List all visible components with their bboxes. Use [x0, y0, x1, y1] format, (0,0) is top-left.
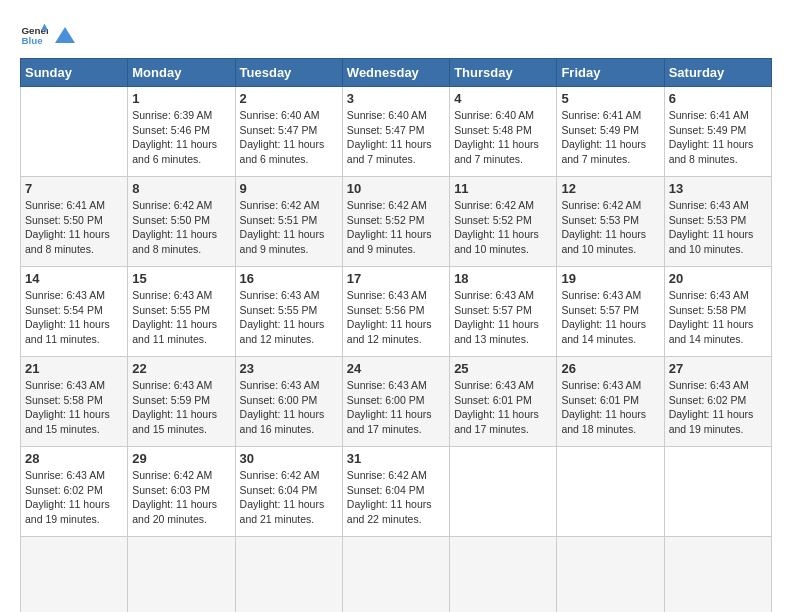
calendar-cell: 20Sunrise: 6:43 AMSunset: 5:58 PMDayligh… — [664, 267, 771, 357]
day-number: 15 — [132, 271, 230, 286]
calendar-cell: 8Sunrise: 6:42 AMSunset: 5:50 PMDaylight… — [128, 177, 235, 267]
weekday-header-cell: Friday — [557, 59, 664, 87]
day-info: Sunrise: 6:43 AMSunset: 5:58 PMDaylight:… — [25, 378, 123, 437]
day-number: 5 — [561, 91, 659, 106]
day-info: Sunrise: 6:43 AMSunset: 5:59 PMDaylight:… — [132, 378, 230, 437]
calendar-cell — [557, 537, 664, 613]
day-number: 26 — [561, 361, 659, 376]
day-info: Sunrise: 6:43 AMSunset: 6:00 PMDaylight:… — [240, 378, 338, 437]
svg-text:Blue: Blue — [21, 35, 43, 46]
calendar-cell: 5Sunrise: 6:41 AMSunset: 5:49 PMDaylight… — [557, 87, 664, 177]
calendar-row: 1Sunrise: 6:39 AMSunset: 5:46 PMDaylight… — [21, 87, 772, 177]
calendar-cell: 19Sunrise: 6:43 AMSunset: 5:57 PMDayligh… — [557, 267, 664, 357]
day-info: Sunrise: 6:43 AMSunset: 5:56 PMDaylight:… — [347, 288, 445, 347]
day-info: Sunrise: 6:43 AMSunset: 5:53 PMDaylight:… — [669, 198, 767, 257]
logo-triangle-icon — [54, 25, 76, 47]
calendar-cell: 27Sunrise: 6:43 AMSunset: 6:02 PMDayligh… — [664, 357, 771, 447]
calendar-cell: 10Sunrise: 6:42 AMSunset: 5:52 PMDayligh… — [342, 177, 449, 267]
calendar-cell: 17Sunrise: 6:43 AMSunset: 5:56 PMDayligh… — [342, 267, 449, 357]
calendar-cell — [450, 447, 557, 537]
day-number: 4 — [454, 91, 552, 106]
day-number: 27 — [669, 361, 767, 376]
day-number: 14 — [25, 271, 123, 286]
day-info: Sunrise: 6:43 AMSunset: 6:01 PMDaylight:… — [454, 378, 552, 437]
day-info: Sunrise: 6:41 AMSunset: 5:49 PMDaylight:… — [669, 108, 767, 167]
calendar-cell: 2Sunrise: 6:40 AMSunset: 5:47 PMDaylight… — [235, 87, 342, 177]
day-number: 16 — [240, 271, 338, 286]
calendar-body: 1Sunrise: 6:39 AMSunset: 5:46 PMDaylight… — [21, 87, 772, 613]
calendar-cell: 24Sunrise: 6:43 AMSunset: 6:00 PMDayligh… — [342, 357, 449, 447]
day-number: 17 — [347, 271, 445, 286]
day-info: Sunrise: 6:42 AMSunset: 5:53 PMDaylight:… — [561, 198, 659, 257]
calendar-row: 14Sunrise: 6:43 AMSunset: 5:54 PMDayligh… — [21, 267, 772, 357]
day-info: Sunrise: 6:43 AMSunset: 5:57 PMDaylight:… — [454, 288, 552, 347]
day-number: 24 — [347, 361, 445, 376]
calendar-cell: 31Sunrise: 6:42 AMSunset: 6:04 PMDayligh… — [342, 447, 449, 537]
day-info: Sunrise: 6:43 AMSunset: 6:02 PMDaylight:… — [25, 468, 123, 527]
calendar-cell — [342, 537, 449, 613]
day-number: 6 — [669, 91, 767, 106]
day-info: Sunrise: 6:43 AMSunset: 5:57 PMDaylight:… — [561, 288, 659, 347]
calendar-cell: 25Sunrise: 6:43 AMSunset: 6:01 PMDayligh… — [450, 357, 557, 447]
day-number: 28 — [25, 451, 123, 466]
day-number: 20 — [669, 271, 767, 286]
calendar-row: 7Sunrise: 6:41 AMSunset: 5:50 PMDaylight… — [21, 177, 772, 267]
calendar-cell: 9Sunrise: 6:42 AMSunset: 5:51 PMDaylight… — [235, 177, 342, 267]
calendar-row: 21Sunrise: 6:43 AMSunset: 5:58 PMDayligh… — [21, 357, 772, 447]
day-number: 23 — [240, 361, 338, 376]
day-info: Sunrise: 6:43 AMSunset: 6:01 PMDaylight:… — [561, 378, 659, 437]
day-info: Sunrise: 6:43 AMSunset: 5:54 PMDaylight:… — [25, 288, 123, 347]
logo-icon: General Blue — [20, 20, 48, 48]
calendar-cell: 14Sunrise: 6:43 AMSunset: 5:54 PMDayligh… — [21, 267, 128, 357]
day-number: 12 — [561, 181, 659, 196]
day-number: 30 — [240, 451, 338, 466]
calendar-cell: 7Sunrise: 6:41 AMSunset: 5:50 PMDaylight… — [21, 177, 128, 267]
day-info: Sunrise: 6:41 AMSunset: 5:49 PMDaylight:… — [561, 108, 659, 167]
calendar-cell — [21, 537, 128, 613]
calendar-cell: 15Sunrise: 6:43 AMSunset: 5:55 PMDayligh… — [128, 267, 235, 357]
logo: General Blue — [20, 20, 76, 48]
day-number: 31 — [347, 451, 445, 466]
day-info: Sunrise: 6:41 AMSunset: 5:50 PMDaylight:… — [25, 198, 123, 257]
calendar-cell: 18Sunrise: 6:43 AMSunset: 5:57 PMDayligh… — [450, 267, 557, 357]
calendar-cell: 3Sunrise: 6:40 AMSunset: 5:47 PMDaylight… — [342, 87, 449, 177]
calendar-cell: 21Sunrise: 6:43 AMSunset: 5:58 PMDayligh… — [21, 357, 128, 447]
calendar-cell: 22Sunrise: 6:43 AMSunset: 5:59 PMDayligh… — [128, 357, 235, 447]
day-info: Sunrise: 6:42 AMSunset: 5:51 PMDaylight:… — [240, 198, 338, 257]
calendar-cell: 6Sunrise: 6:41 AMSunset: 5:49 PMDaylight… — [664, 87, 771, 177]
calendar-cell: 26Sunrise: 6:43 AMSunset: 6:01 PMDayligh… — [557, 357, 664, 447]
calendar-cell: 11Sunrise: 6:42 AMSunset: 5:52 PMDayligh… — [450, 177, 557, 267]
day-info: Sunrise: 6:43 AMSunset: 5:58 PMDaylight:… — [669, 288, 767, 347]
calendar-cell — [21, 87, 128, 177]
calendar-cell: 29Sunrise: 6:42 AMSunset: 6:03 PMDayligh… — [128, 447, 235, 537]
day-number: 3 — [347, 91, 445, 106]
calendar-cell — [235, 537, 342, 613]
day-info: Sunrise: 6:43 AMSunset: 5:55 PMDaylight:… — [240, 288, 338, 347]
day-number: 2 — [240, 91, 338, 106]
day-number: 9 — [240, 181, 338, 196]
day-number: 8 — [132, 181, 230, 196]
day-info: Sunrise: 6:40 AMSunset: 5:48 PMDaylight:… — [454, 108, 552, 167]
weekday-header-cell: Monday — [128, 59, 235, 87]
weekday-header-row: SundayMondayTuesdayWednesdayThursdayFrid… — [21, 59, 772, 87]
day-info: Sunrise: 6:42 AMSunset: 5:50 PMDaylight:… — [132, 198, 230, 257]
weekday-header-cell: Thursday — [450, 59, 557, 87]
weekday-header-cell: Sunday — [21, 59, 128, 87]
day-number: 1 — [132, 91, 230, 106]
calendar-cell — [664, 537, 771, 613]
weekday-header-cell: Saturday — [664, 59, 771, 87]
day-number: 11 — [454, 181, 552, 196]
day-number: 18 — [454, 271, 552, 286]
calendar-cell — [557, 447, 664, 537]
weekday-header-cell: Wednesday — [342, 59, 449, 87]
calendar-cell — [128, 537, 235, 613]
calendar-cell — [450, 537, 557, 613]
page-header: General Blue — [20, 20, 772, 48]
day-info: Sunrise: 6:43 AMSunset: 5:55 PMDaylight:… — [132, 288, 230, 347]
day-info: Sunrise: 6:42 AMSunset: 6:04 PMDaylight:… — [347, 468, 445, 527]
svg-marker-3 — [55, 27, 75, 43]
calendar-cell — [664, 447, 771, 537]
day-number: 29 — [132, 451, 230, 466]
calendar-cell: 30Sunrise: 6:42 AMSunset: 6:04 PMDayligh… — [235, 447, 342, 537]
day-info: Sunrise: 6:39 AMSunset: 5:46 PMDaylight:… — [132, 108, 230, 167]
